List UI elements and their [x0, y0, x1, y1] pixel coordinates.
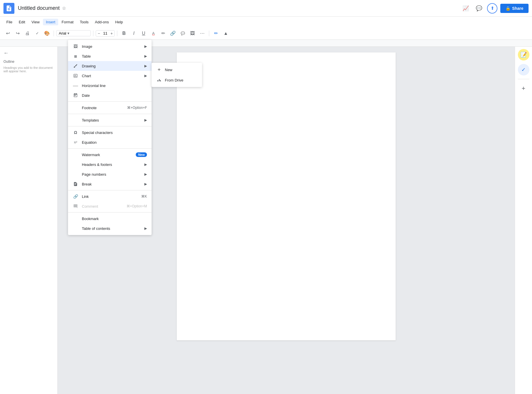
image-toolbar-button[interactable]: 🖼 [188, 29, 197, 38]
more-button[interactable]: ⋯ [198, 29, 207, 38]
toolbar-chevron[interactable]: ▲ [221, 29, 230, 38]
submenu-new-label: New [165, 68, 172, 72]
share-label: Share [512, 6, 523, 11]
menu-toc-label: Table of contents [82, 226, 141, 231]
font-name: Arial [59, 31, 66, 35]
headers-footers-arrow-icon: ▶ [144, 162, 147, 166]
from-drive-icon [156, 77, 162, 83]
menu-date-label: Date [82, 93, 147, 98]
menu-headers-footers-label: Headers & footers [82, 162, 141, 167]
font-selector[interactable]: Arial ▾ [56, 30, 91, 36]
image-arrow-icon: ▶ [144, 44, 147, 48]
top-right-actions: 📈 💬 ⬆ 🔒 Share [461, 3, 529, 14]
watermark-new-badge: New [136, 152, 147, 157]
menu-item-equation[interactable]: π² Equation [68, 137, 152, 147]
divider-3 [68, 126, 152, 126]
menu-drawing-label: Drawing [82, 64, 141, 68]
toc-icon [73, 226, 78, 231]
menu-item-comment: Comment ⌘+Option+M [68, 201, 152, 211]
menu-edit[interactable]: Edit [16, 19, 28, 25]
toolbar-sep-4 [209, 31, 209, 36]
drawing-icon [73, 63, 78, 69]
menu-item-specialchars[interactable]: Ω Special characters [68, 128, 152, 137]
divider-1 [68, 101, 152, 102]
menu-link-label: Link [82, 194, 138, 199]
page-numbers-arrow-icon: ▶ [144, 172, 147, 176]
menu-item-toc[interactable]: Table of contents ▶ [68, 223, 152, 233]
notes-icon[interactable]: 📝 [518, 49, 529, 60]
menu-format[interactable]: Format [59, 19, 76, 25]
menu-specialchars-label: Special characters [82, 130, 147, 135]
underline-button[interactable]: U [139, 29, 148, 38]
break-arrow-icon: ▶ [144, 182, 147, 186]
submenu-item-new[interactable]: + New [152, 65, 202, 75]
menu-item-footnote[interactable]: Footnote ⌘+Option+F [68, 103, 152, 113]
top-bar: Untitled document ☆ 📈 💬 ⬆ 🔒 Share [0, 0, 532, 17]
star-icon[interactable]: ☆ [62, 5, 66, 11]
link-button[interactable]: 🔗 [169, 29, 177, 38]
templates-arrow-icon: ▶ [144, 118, 147, 122]
equation-icon: π² [73, 139, 78, 145]
menu-item-drawing[interactable]: Drawing ▶ [68, 61, 152, 71]
activity-button[interactable]: 📈 [461, 3, 471, 14]
document-title[interactable]: Untitled document [18, 5, 60, 11]
upload-button[interactable]: ⬆ [487, 3, 497, 14]
menu-item-table[interactable]: ▦ Table ▶ [68, 51, 152, 61]
tasks-icon[interactable]: ✓ [518, 64, 529, 75]
paint-format-button[interactable]: 🎨 [43, 29, 51, 38]
comment-toolbar-button[interactable]: 💬 [178, 29, 187, 38]
menu-item-break[interactable]: Break ▶ [68, 179, 152, 189]
menu-item-watermark[interactable]: Watermark New [68, 150, 152, 160]
print-button[interactable]: 🖨 [23, 29, 32, 38]
font-size-decrease[interactable]: − [97, 31, 101, 36]
menu-item-image[interactable]: 🖼 Image ▶ [68, 41, 152, 51]
menu-addons[interactable]: Add-ons [92, 19, 112, 25]
menu-view[interactable]: View [29, 19, 42, 25]
menu-templates-label: Templates [82, 118, 141, 122]
add-widget-icon[interactable]: + [518, 83, 529, 94]
chart-icon [73, 73, 78, 79]
share-button[interactable]: 🔒 Share [500, 4, 529, 13]
menu-item-date[interactable]: Date [68, 90, 152, 100]
menu-file[interactable]: File [3, 19, 15, 25]
bookmark-icon [73, 216, 78, 221]
menu-item-page-numbers[interactable]: Page numbers ▶ [68, 169, 152, 179]
menu-item-bookmark[interactable]: Bookmark [68, 214, 152, 223]
menu-item-headers-footers[interactable]: Headers & footers ▶ [68, 160, 152, 169]
back-button[interactable]: ← [3, 50, 54, 56]
footnote-shortcut: ⌘+Option+F [127, 106, 147, 110]
spellcheck-button[interactable]: ✓ [33, 29, 41, 38]
menu-item-link[interactable]: 🔗 Link ⌘K [68, 192, 152, 201]
divider-2 [68, 114, 152, 114]
menu-bar: File Edit View Insert Format Tools Add-o… [0, 17, 532, 27]
italic-button[interactable]: I [129, 29, 138, 38]
menu-table-label: Table [82, 54, 141, 58]
toolbar: ↩ ↪ 🖨 ✓ 🎨 Arial ▾ − + B I U A ✏ 🔗 💬 🖼 ⋯ … [0, 27, 532, 40]
undo-button[interactable]: ↩ [3, 29, 12, 38]
hline-icon: — [73, 83, 78, 88]
redo-button[interactable]: ↪ [13, 29, 22, 38]
edit-mode-button[interactable]: ✏ [212, 29, 220, 38]
break-icon [73, 181, 78, 187]
comments-button[interactable]: 💬 [474, 3, 484, 14]
bold-button[interactable]: B [120, 29, 128, 38]
menu-insert[interactable]: Insert [43, 19, 58, 25]
menu-item-templates[interactable]: Templates ▶ [68, 115, 152, 125]
submenu-item-from-drive[interactable]: From Drive [152, 75, 202, 85]
app-icon[interactable] [3, 3, 14, 14]
date-icon [73, 92, 78, 98]
menu-help[interactable]: Help [112, 19, 126, 25]
table-arrow-icon: ▶ [144, 54, 147, 58]
comment-menu-icon [73, 203, 78, 209]
text-color-button[interactable]: A [149, 29, 158, 38]
comment-shortcut: ⌘+Option+M [127, 204, 147, 208]
font-size-increase[interactable]: + [110, 31, 113, 36]
menu-item-hline[interactable]: — Horizontal line [68, 81, 152, 90]
menu-tools[interactable]: Tools [77, 19, 91, 25]
toolbar-sep-1 [54, 31, 54, 36]
font-size-input[interactable] [101, 31, 109, 35]
highlight-button[interactable]: ✏ [159, 29, 167, 38]
drawing-arrow-icon: ▶ [144, 64, 147, 68]
menu-hline-label: Horizontal line [82, 84, 147, 88]
menu-item-chart[interactable]: Chart ▶ [68, 71, 152, 81]
